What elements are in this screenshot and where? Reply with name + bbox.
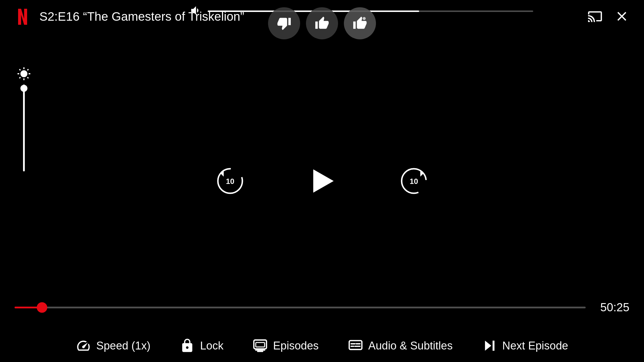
svg-text:10: 10: [410, 177, 418, 186]
brightness-icon: [17, 67, 31, 81]
svg-point-0: [363, 17, 365, 20]
brightness-thumb: [20, 85, 27, 92]
like-button[interactable]: [306, 7, 338, 39]
skip-back-button[interactable]: 10: [216, 166, 245, 196]
svg-rect-9: [256, 342, 265, 347]
next-episode-button[interactable]: Next Episode: [482, 338, 568, 353]
episode-title: S2:E16 “The Gamesters of Triskelion”: [39, 9, 244, 25]
netflix-logo-n: [15, 9, 31, 25]
love-button[interactable]: [344, 7, 376, 39]
time-display: 50:25: [594, 301, 629, 314]
top-right-controls: [587, 9, 629, 25]
brightness-slider[interactable]: [17, 67, 31, 171]
top-bar: S2:E16 “The Gamesters of Triskelion”: [0, 0, 644, 25]
progress-area: 50:25: [15, 301, 629, 314]
episodes-button[interactable]: Episodes: [253, 338, 318, 353]
svg-marker-17: [485, 341, 491, 351]
top-left: S2:E16 “The Gamesters of Triskelion”: [15, 9, 244, 25]
brightness-fill: [23, 88, 25, 171]
brightness-track[interactable]: [23, 84, 25, 171]
skip-forward-button[interactable]: 10: [399, 166, 428, 196]
svg-marker-4: [313, 169, 334, 193]
rating-buttons: [268, 7, 376, 39]
audio-subtitles-button[interactable]: Audio & Subtitles: [348, 338, 453, 353]
cast-button[interactable]: [587, 9, 603, 25]
play-button[interactable]: [309, 168, 335, 194]
svg-text:10: 10: [226, 177, 235, 186]
progress-thumb[interactable]: [37, 302, 47, 313]
bottom-bar: Speed (1x) Lock Episodes Audio & Subtitl…: [0, 338, 644, 353]
svg-rect-12: [349, 341, 362, 349]
playback-controls: 10 10: [216, 166, 428, 196]
svg-rect-18: [493, 341, 495, 351]
close-button[interactable]: [614, 9, 629, 25]
speed-button[interactable]: Speed (1x): [76, 338, 150, 353]
lock-button[interactable]: Lock: [180, 338, 223, 353]
dislike-button[interactable]: [268, 7, 300, 39]
progress-track[interactable]: [15, 307, 586, 308]
